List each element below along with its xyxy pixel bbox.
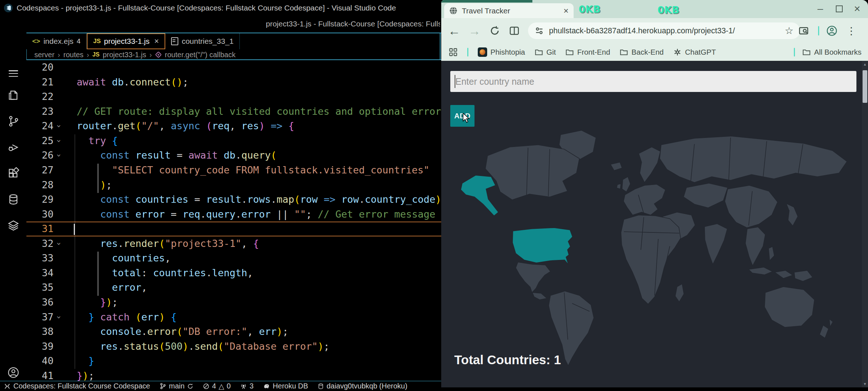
reading-mode-icon[interactable]: [506, 18, 522, 43]
bookmark-star-icon[interactable]: ☆: [785, 25, 793, 37]
browser-tab-travel-tracker[interactable]: Travel Tracker ×: [444, 3, 574, 18]
url-text[interactable]: phullstack-b6a3287adf14.herokuapp.com/pr…: [549, 26, 780, 35]
heroku-db-status[interactable]: Heroku DB: [263, 382, 308, 390]
code-line-34[interactable]: 34 total: countries.length,: [26, 266, 441, 281]
country-southeast-asia: [745, 227, 765, 266]
scroll-down-arrow[interactable]: ▼: [862, 382, 868, 386]
travel-tracker-page: Enter country name ADD Total Countries: …: [441, 61, 868, 387]
explorer-icon[interactable]: [0, 89, 26, 101]
text-caret: [455, 75, 455, 88]
extensions-icon[interactable]: [0, 167, 26, 180]
phishtopia-favicon: [478, 47, 487, 57]
code-line-30[interactable]: 30 const error = req.query.error || ""; …: [26, 207, 441, 222]
reload-button[interactable]: [487, 18, 503, 43]
indent-guide-active: [98, 164, 98, 193]
kebab-menu-icon[interactable]: ⋮: [843, 18, 859, 43]
code-line-39[interactable]: 39 res.status(500).send("Database error"…: [26, 339, 441, 354]
vscode-window-title: Codespaces - project33-1.js - Fullstack-…: [17, 4, 396, 12]
tab-index-ejs[interactable]: <> index.ejs 4: [26, 33, 87, 49]
js-file-icon: JS: [93, 38, 101, 45]
tab-close-icon[interactable]: ×: [563, 6, 569, 16]
remote-indicator[interactable]: Codespaces: Fullstack Course Codespace: [4, 382, 150, 390]
country-ireland: [617, 184, 621, 189]
code-line-35[interactable]: 35 error,: [26, 280, 441, 295]
code-line-31[interactable]: 31: [26, 222, 441, 236]
window-minimize-button[interactable]: –: [813, 2, 827, 15]
menu-icon[interactable]: [9, 70, 18, 77]
site-settings-icon[interactable]: [535, 26, 544, 35]
browser-tabstrip: Travel Tracker × 0KB 0KB – ×: [441, 0, 868, 18]
git-branch-status[interactable]: main: [159, 382, 193, 390]
code-line-23[interactable]: 23// GET route: display all visited coun…: [26, 104, 441, 119]
profile-avatar-icon[interactable]: [824, 18, 840, 43]
country-india: [705, 224, 727, 264]
scroll-up-arrow[interactable]: ▲: [862, 62, 868, 66]
country-papua: [794, 270, 813, 281]
code-line-26[interactable]: 26› const result = await db.query(: [26, 148, 441, 163]
country-africa: [621, 215, 681, 304]
code-line-27[interactable]: 27 "SELECT country_code FROM fullstack.v…: [26, 163, 441, 178]
folder-icon: [535, 48, 543, 56]
code-line-24[interactable]: 24›router.get("/", async (req, res) => {: [26, 119, 441, 134]
database-icon[interactable]: [0, 193, 26, 206]
run-debug-icon[interactable]: [0, 141, 26, 154]
ports-status[interactable]: 3: [240, 382, 254, 390]
layers-icon[interactable]: [0, 219, 26, 232]
world-map[interactable]: [441, 122, 868, 369]
bookmark-chatgpt[interactable]: ChatGPT: [673, 48, 716, 56]
branch-icon: [159, 383, 166, 390]
code-line-20[interactable]: 20: [26, 60, 441, 75]
code-line-41[interactable]: 41});: [26, 369, 441, 381]
code-line-21[interactable]: 21await db.connect();: [26, 75, 441, 90]
breadcrumb-file[interactable]: project33-1.js: [103, 51, 146, 59]
all-bookmarks[interactable]: All Bookmarks: [802, 48, 861, 56]
country-russia: [660, 136, 847, 182]
country-united-states: [512, 228, 573, 265]
breadcrumb-routes[interactable]: routes: [63, 51, 84, 59]
tab-close-icon[interactable]: ×: [154, 37, 159, 46]
address-bar[interactable]: phullstack-b6a3287adf14.herokuapp.com/pr…: [528, 22, 800, 39]
bookmark-folder-git[interactable]: Git: [535, 48, 556, 56]
search-tabs-icon[interactable]: [796, 18, 812, 43]
heroku-database-name[interactable]: daiavg0tvubkqb (Heroku): [318, 382, 407, 390]
tab-project33-1-js[interactable]: JS project33-1.js ×: [87, 33, 166, 49]
code-line-32[interactable]: 32› res.render("project33-1", {: [26, 236, 441, 251]
code-lines: 2021await db.connect();2223// GET route:…: [26, 60, 441, 381]
code-line-40[interactable]: 40 }: [26, 354, 441, 369]
bookmark-folder-front-end[interactable]: Front-End: [565, 48, 610, 56]
country-name-input[interactable]: Enter country name: [450, 71, 856, 92]
browser-toolbar: ← → phullstack-b6a3287adf14.herokuapp.co…: [441, 18, 868, 43]
window-close-button[interactable]: ×: [850, 2, 864, 15]
breadcrumb[interactable]: server › routes › JS project33-1.js › ro…: [34, 50, 235, 59]
bookmark-folder-back-end[interactable]: Back-End: [620, 48, 664, 56]
bookmarks-separator: [794, 48, 795, 56]
code-line-28[interactable]: 28 );: [26, 178, 441, 193]
code-line-25[interactable]: 25› try {: [26, 134, 441, 148]
breadcrumb-symbol[interactable]: router.get("/") callback: [165, 51, 235, 59]
browser-tab-title: Travel Tracker: [462, 7, 559, 15]
window-maximize-button[interactable]: [832, 2, 846, 15]
code-line-36[interactable]: 36 });: [26, 295, 441, 310]
page-scrollbar[interactable]: ▲ ▼: [862, 61, 868, 387]
activity-bar: [0, 33, 27, 381]
back-button[interactable]: ←: [446, 18, 462, 43]
code-line-29[interactable]: 29 const countries = result.rows.map(row…: [26, 192, 441, 207]
apps-grid-icon[interactable]: [448, 47, 458, 57]
code-line-37[interactable]: 37› } catch (err) {: [26, 310, 441, 325]
code-line-33[interactable]: 33 countries,: [26, 251, 441, 266]
code-line-22[interactable]: 22: [26, 89, 441, 104]
account-icon[interactable]: [0, 366, 26, 379]
bookmarks-bar: Phishtopia Git Front-End: [441, 43, 868, 61]
broadcast-icon: [240, 383, 247, 390]
breadcrumb-server[interactable]: server: [34, 51, 55, 59]
bookmark-phishtopia[interactable]: Phishtopia: [478, 47, 525, 57]
problems-status[interactable]: 4 △ 0: [203, 382, 231, 391]
source-control-icon[interactable]: [0, 115, 26, 127]
scrollbar-thumb[interactable]: [863, 70, 867, 103]
code-line-38[interactable]: 38 console.error("DB error:", err);: [26, 324, 441, 339]
db-cylinder-icon: [318, 383, 324, 390]
forward-button[interactable]: →: [467, 18, 482, 43]
code-editor[interactable]: 2021await db.connect();2223// GET route:…: [26, 60, 441, 381]
tab-countries-33-1[interactable]: countries_33_1: [165, 33, 240, 49]
tab-accent-strip: [441, 0, 532, 3]
